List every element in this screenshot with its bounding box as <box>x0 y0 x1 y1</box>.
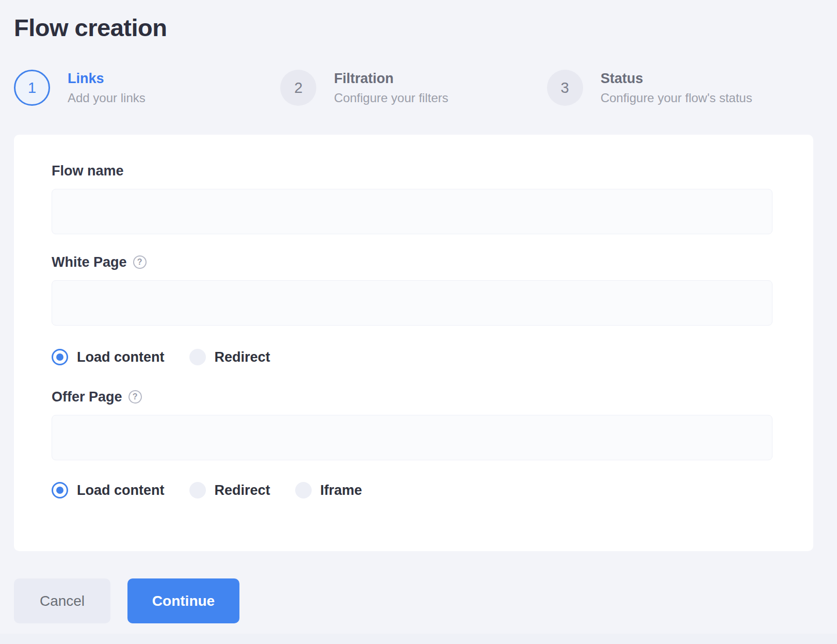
offer-page-label-text: Offer Page <box>52 389 122 405</box>
offer-page-redirect-radio[interactable]: Redirect <box>189 482 270 498</box>
step-3-subtitle: Configure your flow's status <box>601 91 752 105</box>
step-2-subtitle: Configure your filters <box>334 91 448 105</box>
radio-selected-icon[interactable] <box>52 482 68 498</box>
step-3-text: Status Configure your flow's status <box>601 71 752 105</box>
step-3-title: Status <box>601 71 752 87</box>
flow-name-input[interactable] <box>52 189 772 234</box>
radio-label: Redirect <box>215 482 270 498</box>
step-2-title: Filtration <box>334 71 448 87</box>
step-status[interactable]: 3 Status Configure your flow's status <box>547 70 813 106</box>
white-page-label-text: White Page <box>52 254 127 270</box>
radio-unselected-icon[interactable] <box>295 482 312 498</box>
flow-creation-page: Flow creation 1 Links Add your links 2 F… <box>0 0 837 623</box>
white-page-help-icon[interactable]: ? <box>133 255 147 269</box>
cancel-button[interactable]: Cancel <box>14 578 110 623</box>
flow-name-label: Flow name <box>52 164 772 178</box>
page-title: Flow creation <box>14 13 813 42</box>
white-page-load-content-radio[interactable]: Load content <box>52 349 165 365</box>
step-1-title: Links <box>68 71 146 87</box>
white-page-label: White Page ? <box>52 255 772 269</box>
continue-button[interactable]: Continue <box>127 578 239 623</box>
white-page-mode-radio-group: Load content Redirect <box>52 349 772 365</box>
footer-band <box>0 634 837 644</box>
step-2-circle: 2 <box>280 70 316 106</box>
offer-page-input[interactable] <box>52 415 772 460</box>
step-1-circle: 1 <box>14 70 50 106</box>
white-page-redirect-radio[interactable]: Redirect <box>189 349 270 365</box>
step-links[interactable]: 1 Links Add your links <box>14 70 280 106</box>
step-filtration[interactable]: 2 Filtration Configure your filters <box>280 70 546 106</box>
form-actions: Cancel Continue <box>14 578 813 623</box>
step-1-text: Links Add your links <box>68 71 146 105</box>
flow-name-label-text: Flow name <box>52 163 124 179</box>
radio-label: Load content <box>77 482 165 498</box>
radio-label: Redirect <box>215 349 270 365</box>
offer-page-mode-radio-group: Load content Redirect Iframe <box>52 482 772 498</box>
radio-selected-icon[interactable] <box>52 349 68 365</box>
step-3-circle: 3 <box>547 70 583 106</box>
stepper: 1 Links Add your links 2 Filtration Conf… <box>14 70 813 106</box>
step-2-text: Filtration Configure your filters <box>334 71 448 105</box>
offer-page-label: Offer Page ? <box>52 390 772 404</box>
offer-page-help-icon[interactable]: ? <box>128 390 142 404</box>
radio-unselected-icon[interactable] <box>189 482 206 498</box>
offer-page-load-content-radio[interactable]: Load content <box>52 482 165 498</box>
radio-label: Load content <box>77 349 165 365</box>
radio-label: Iframe <box>320 482 362 498</box>
flow-form-card: Flow name White Page ? Load content Redi… <box>14 135 813 551</box>
white-page-input[interactable] <box>52 280 772 326</box>
step-1-subtitle: Add your links <box>68 91 146 105</box>
radio-unselected-icon[interactable] <box>189 349 206 365</box>
offer-page-iframe-radio[interactable]: Iframe <box>295 482 362 498</box>
